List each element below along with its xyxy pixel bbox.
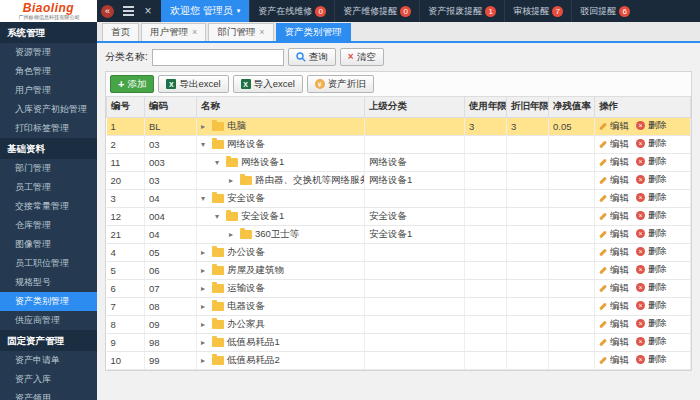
- edit-button[interactable]: 编辑: [599, 336, 629, 349]
- expand-toggle-icon[interactable]: ▸: [201, 266, 209, 275]
- delete-button[interactable]: ×删除: [636, 173, 667, 186]
- table-row[interactable]: 506▸房屋及建筑物编辑×删除: [107, 261, 691, 279]
- sidebar-item[interactable]: 资产类别管理: [0, 292, 97, 311]
- collapse-toggle-icon[interactable]: ▾: [201, 194, 209, 203]
- collapse-toggle-icon[interactable]: ▾: [215, 212, 223, 221]
- sidebar-item[interactable]: 入库资产初始管理: [0, 100, 97, 119]
- logo: Biaoling 广州标领信息科技有限公司: [0, 0, 97, 22]
- table-row[interactable]: 304▾安全设备编辑×删除: [107, 189, 691, 207]
- edit-button[interactable]: 编辑: [599, 192, 629, 205]
- table-row[interactable]: 2003▸路由器、交换机等网络服务网络设备1编辑×删除: [107, 171, 691, 189]
- delete-button[interactable]: ×删除: [636, 155, 667, 168]
- cell-operations: 编辑×删除: [595, 189, 691, 207]
- search-label: 分类名称:: [105, 50, 148, 64]
- edit-button[interactable]: 编辑: [599, 354, 629, 367]
- add-button[interactable]: + 添加: [110, 75, 154, 93]
- table-row[interactable]: 203▾网络设备编辑×删除: [107, 135, 691, 153]
- sidebar-item[interactable]: 资产申请单: [0, 351, 97, 370]
- delete-button[interactable]: ×删除: [636, 227, 667, 240]
- table-row[interactable]: 708▸电器设备编辑×删除: [107, 297, 691, 315]
- delete-button[interactable]: ×删除: [636, 191, 667, 204]
- table-row[interactable]: 1099▸低值易耗品2编辑×删除: [107, 351, 691, 369]
- table-row[interactable]: 998▸低值易耗品1编辑×删除: [107, 333, 691, 351]
- expand-toggle-icon[interactable]: ▸: [201, 302, 209, 311]
- sidebar-item[interactable]: 资产领用: [0, 389, 97, 400]
- topbar-notice-item[interactable]: 审核提醒7: [504, 0, 571, 22]
- edit-button[interactable]: 编辑: [599, 138, 629, 151]
- edit-button[interactable]: 编辑: [599, 174, 629, 187]
- query-button[interactable]: 查询: [288, 48, 336, 66]
- table-row[interactable]: 405▸办公设备编辑×删除: [107, 243, 691, 261]
- sidebar-item[interactable]: 打印标签管理: [0, 119, 97, 138]
- table-row[interactable]: 607▸运输设备编辑×删除: [107, 279, 691, 297]
- tab[interactable]: 用户管理×: [141, 23, 206, 41]
- close-icon[interactable]: ×: [138, 0, 158, 22]
- expand-toggle-icon[interactable]: ▸: [201, 248, 209, 257]
- sidebar-collapse-button[interactable]: «: [101, 5, 114, 18]
- sidebar-item[interactable]: 供应商管理: [0, 311, 97, 330]
- edit-button[interactable]: 编辑: [599, 228, 629, 241]
- sidebar-item[interactable]: 图像管理: [0, 235, 97, 254]
- cell-useful-life: [465, 279, 507, 297]
- delete-button[interactable]: ×删除: [636, 281, 667, 294]
- expand-toggle-icon[interactable]: ▸: [229, 230, 237, 239]
- topbar-notice-item[interactable]: 驳回提醒6: [571, 0, 638, 22]
- sidebar-item[interactable]: 资产入库: [0, 370, 97, 389]
- user-menu[interactable]: 欢迎您 管理员 ▾: [161, 0, 249, 22]
- sidebar-item[interactable]: 仓库管理: [0, 216, 97, 235]
- table-row[interactable]: 1BL▸电脑330.05编辑×删除: [107, 117, 691, 135]
- edit-button[interactable]: 编辑: [599, 156, 629, 169]
- sidebar-item[interactable]: 规格型号: [0, 273, 97, 292]
- delete-button[interactable]: ×删除: [636, 263, 667, 276]
- table-row[interactable]: 809▸办公家具编辑×删除: [107, 315, 691, 333]
- sidebar-item[interactable]: 员工职位管理: [0, 254, 97, 273]
- expand-toggle-icon[interactable]: ▸: [201, 356, 209, 365]
- sidebar-item[interactable]: 用户管理: [0, 81, 97, 100]
- expand-toggle-icon[interactable]: ▸: [201, 320, 209, 329]
- expand-toggle-icon[interactable]: ▸: [201, 122, 209, 131]
- expand-toggle-icon[interactable]: ▸: [201, 338, 209, 347]
- sidebar-item[interactable]: 员工管理: [0, 178, 97, 197]
- edit-button[interactable]: 编辑: [599, 318, 629, 331]
- table-row[interactable]: 11003▾网络设备1网络设备编辑×删除: [107, 153, 691, 171]
- edit-button[interactable]: 编辑: [599, 282, 629, 295]
- collapse-toggle-icon[interactable]: ▾: [215, 158, 223, 167]
- export-excel-button[interactable]: X 导出excel: [158, 75, 228, 93]
- delete-button[interactable]: ×删除: [636, 119, 667, 132]
- delete-button[interactable]: ×删除: [636, 335, 667, 348]
- delete-button[interactable]: ×删除: [636, 245, 667, 258]
- delete-button[interactable]: ×删除: [636, 209, 667, 222]
- delete-button[interactable]: ×删除: [636, 137, 667, 150]
- tab[interactable]: 首页: [102, 23, 139, 41]
- edit-button[interactable]: 编辑: [599, 300, 629, 313]
- collapse-toggle-icon[interactable]: ▾: [201, 140, 209, 149]
- edit-button[interactable]: 编辑: [599, 120, 629, 133]
- tab[interactable]: 部门管理×: [208, 23, 273, 41]
- table-row[interactable]: 2104▸360卫士等安全设备1编辑×删除: [107, 225, 691, 243]
- import-excel-button[interactable]: X 导入excel: [233, 75, 303, 93]
- edit-button[interactable]: 编辑: [599, 210, 629, 223]
- category-name-input[interactable]: [152, 49, 284, 66]
- column-header: 使用年限: [465, 97, 507, 117]
- topbar-notice-item[interactable]: 资产报废提醒1: [419, 0, 504, 22]
- topbar-notice-item[interactable]: 资产在线维修0: [249, 0, 334, 22]
- sidebar-item[interactable]: 资源管理: [0, 43, 97, 62]
- tab-close-icon[interactable]: ×: [192, 28, 197, 37]
- menu-icon[interactable]: [118, 0, 138, 22]
- sidebar-item[interactable]: 交接常量管理: [0, 197, 97, 216]
- tab-close-icon[interactable]: ×: [259, 28, 264, 37]
- clear-button[interactable]: × 清空: [340, 48, 384, 66]
- sidebar-item[interactable]: 部门管理: [0, 159, 97, 178]
- expand-toggle-icon[interactable]: ▸: [229, 176, 237, 185]
- edit-button[interactable]: 编辑: [599, 264, 629, 277]
- expand-toggle-icon[interactable]: ▸: [201, 284, 209, 293]
- sidebar-item[interactable]: 角色管理: [0, 62, 97, 81]
- delete-button[interactable]: ×删除: [636, 353, 667, 366]
- edit-button[interactable]: 编辑: [599, 246, 629, 259]
- depreciation-button[interactable]: ¥ 资产折旧: [307, 75, 374, 93]
- tab[interactable]: 资产类别管理: [276, 23, 351, 41]
- delete-button[interactable]: ×删除: [636, 317, 667, 330]
- delete-button[interactable]: ×删除: [636, 299, 667, 312]
- topbar-notice-item[interactable]: 资产维修提醒0: [334, 0, 419, 22]
- table-row[interactable]: 12004▾安全设备1安全设备编辑×删除: [107, 207, 691, 225]
